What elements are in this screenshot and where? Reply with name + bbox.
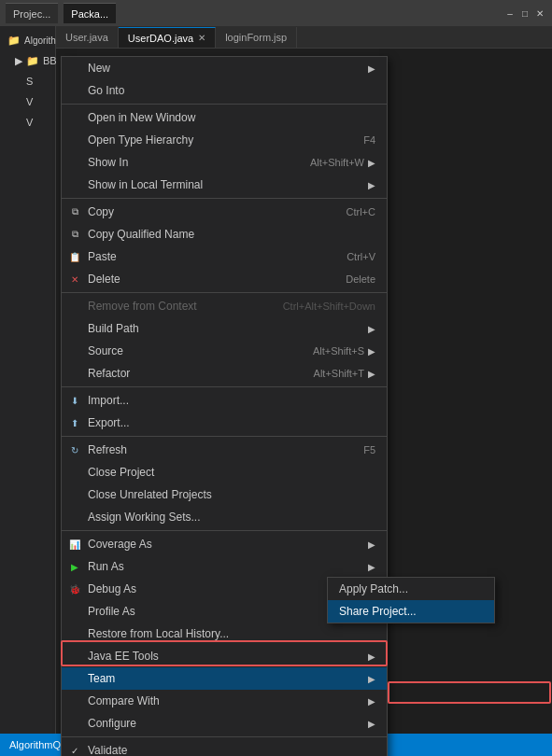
package-tab-label: Packa... xyxy=(71,8,108,20)
menu-label-debug-as: Debug As xyxy=(88,582,136,595)
menu-label-go-into: Go Into xyxy=(88,84,124,97)
menu-sep-7 xyxy=(62,736,387,737)
menu-item-team[interactable]: Team ▶ xyxy=(62,667,387,690)
menu-item-export[interactable]: ⬆ Export... xyxy=(62,412,387,434)
menu-item-paste[interactable]: 📋 Paste Ctrl+V xyxy=(62,245,387,268)
menu-item-go-into[interactable]: Go Into xyxy=(62,79,387,102)
menu-label-assign-working: Assign Working Sets... xyxy=(88,511,201,524)
sidebar-item-v1[interactable]: V xyxy=(0,91,55,112)
menu-label-refresh: Refresh xyxy=(88,443,127,456)
menu-label-java-ee-tools: Java EE Tools xyxy=(88,650,159,663)
project-tab-label: Projec... xyxy=(13,8,50,20)
minimize-button[interactable]: – xyxy=(503,7,517,20)
menu-item-copy[interactable]: ⧉ Copy Ctrl+C xyxy=(62,201,387,223)
submenu-item-apply-patch[interactable]: Apply Patch... xyxy=(328,578,494,600)
menu-item-build-path[interactable]: Build Path ▶ xyxy=(62,317,387,340)
submenu-arrow-configure: ▶ xyxy=(368,719,375,729)
menu-item-assign-working[interactable]: Assign Working Sets... xyxy=(62,506,387,528)
menu-item-show-terminal[interactable]: Show in Local Terminal ▶ xyxy=(62,174,387,196)
tab-userdao-java[interactable]: UserDAO.java ✕ xyxy=(119,27,216,48)
debug-icon: 🐞 xyxy=(67,581,82,596)
shortcut-refresh: F5 xyxy=(363,444,375,455)
folder-icon-bbs: 📁 xyxy=(26,55,39,67)
menu-item-validate[interactable]: ✓ Validate xyxy=(62,739,387,756)
submenu-arrow-show-in: ▶ xyxy=(368,158,375,168)
submenu-item-share-project[interactable]: Share Project... xyxy=(328,600,494,623)
menu-label-close-unrelated: Close Unrelated Projects xyxy=(88,488,212,501)
team-submenu: Apply Patch... Share Project... xyxy=(327,577,495,623)
shortcut-copy: Ctrl+C xyxy=(347,206,375,217)
menu-label-import: Import... xyxy=(88,394,129,407)
menu-sep-2 xyxy=(62,198,387,199)
menu-sep-1 xyxy=(62,104,387,105)
tab-user-java[interactable]: User.java xyxy=(56,27,119,48)
close-button[interactable]: ✕ xyxy=(533,7,546,20)
run-icon: ▶ xyxy=(67,559,82,574)
menu-item-source[interactable]: Source Alt+Shift+S ▶ xyxy=(62,340,387,362)
tab-loginform-jsp-label: loginForm.jsp xyxy=(225,32,287,43)
menu-item-copy-qualified[interactable]: ⧉ Copy Qualified Name xyxy=(62,223,387,245)
shortcut-paste: Ctrl+V xyxy=(347,251,375,262)
copy-icon: ⧉ xyxy=(67,204,82,219)
menu-sep-6 xyxy=(62,530,387,531)
tab-userdao-close[interactable]: ✕ xyxy=(198,33,205,43)
export-icon: ⬆ xyxy=(67,415,82,430)
menu-sep-5 xyxy=(62,436,387,437)
menu-item-refresh[interactable]: ↻ Refresh F5 xyxy=(62,439,387,461)
menu-item-open-type[interactable]: Open Type Hierarchy F4 xyxy=(62,129,387,151)
menu-item-refactor[interactable]: Refactor Alt+Shift+T ▶ xyxy=(62,362,387,385)
tab-user-java-label: User.java xyxy=(65,32,108,43)
delete-icon: ✕ xyxy=(67,272,82,287)
refresh-icon: ↻ xyxy=(67,442,82,457)
menu-label-run-as: Run As xyxy=(88,560,124,573)
sidebar-label-s: S xyxy=(26,76,33,87)
menu-label-export: Export... xyxy=(88,416,130,429)
tab-loginform-jsp[interactable]: loginForm.jsp xyxy=(216,27,297,48)
menu-label-show-terminal: Show in Local Terminal xyxy=(88,178,203,191)
menu-item-remove-context[interactable]: Remove from Context Ctrl+Alt+Shift+Down xyxy=(62,295,387,317)
sidebar-label-v2: V xyxy=(26,117,33,128)
submenu-arrow-source: ▶ xyxy=(368,346,375,357)
submenu-arrow-new: ▶ xyxy=(368,63,375,74)
shortcut-remove-context: Ctrl+Alt+Shift+Down xyxy=(283,301,375,312)
title-tab-package[interactable]: Packa... xyxy=(64,3,116,23)
sidebar-item-algorithmquiz[interactable]: 📁 AlgorithmQuiz xyxy=(0,30,55,50)
menu-label-configure: Configure xyxy=(88,717,136,730)
menu-label-new: New xyxy=(88,62,110,75)
menu-item-show-in[interactable]: Show In Alt+Shift+W ▶ xyxy=(62,151,387,174)
submenu-label-share-project: Share Project... xyxy=(339,605,417,618)
menu-item-open-new-window[interactable]: Open in New Window xyxy=(62,106,387,129)
menu-label-refactor: Refactor xyxy=(88,367,130,380)
menu-item-run-as[interactable]: ▶ Run As ▶ xyxy=(62,555,387,578)
context-menu: New ▶ Go Into Open in New Window Open Ty… xyxy=(61,56,388,756)
menu-item-close-unrelated[interactable]: Close Unrelated Projects xyxy=(62,483,387,506)
sidebar-item-bbs[interactable]: ▶ 📁 BBS xyxy=(0,50,55,71)
menu-item-delete[interactable]: ✕ Delete Delete xyxy=(62,268,387,290)
import-icon: ⬇ xyxy=(67,393,82,408)
sidebar-item-v2[interactable]: V xyxy=(0,112,55,133)
tab-userdao-java-label: UserDAO.java xyxy=(128,33,193,44)
menu-item-import[interactable]: ⬇ Import... xyxy=(62,389,387,412)
submenu-arrow-java-ee: ▶ xyxy=(368,651,375,662)
menu-item-coverage-as[interactable]: 📊 Coverage As ▶ xyxy=(62,533,387,555)
menu-item-restore-history[interactable]: Restore from Local History... xyxy=(62,623,387,645)
sidebar-item-s[interactable]: S xyxy=(0,71,55,91)
menu-label-team: Team xyxy=(88,672,115,685)
shortcut-refactor: Alt+Shift+T xyxy=(314,368,364,379)
menu-label-close-project: Close Project xyxy=(88,466,154,479)
shortcut-source: Alt+Shift+S xyxy=(313,345,364,357)
menu-label-profile-as: Profile As xyxy=(88,605,135,618)
paste-icon: 📋 xyxy=(67,249,82,264)
menu-item-configure[interactable]: Configure ▶ xyxy=(62,712,387,735)
menu-label-validate: Validate xyxy=(88,744,127,756)
title-bar: Projec... Packa... – □ ✕ xyxy=(0,0,552,26)
menu-sep-3 xyxy=(62,292,387,293)
maximize-button[interactable]: □ xyxy=(518,7,531,20)
menu-item-compare-with[interactable]: Compare With ▶ xyxy=(62,690,387,712)
title-tab-project[interactable]: Projec... xyxy=(6,3,58,23)
submenu-arrow-refactor: ▶ xyxy=(368,369,375,379)
menu-label-paste: Paste xyxy=(88,250,117,263)
menu-item-close-project[interactable]: Close Project xyxy=(62,461,387,483)
menu-item-java-ee-tools[interactable]: Java EE Tools ▶ xyxy=(62,645,387,667)
menu-item-new[interactable]: New ▶ xyxy=(62,57,387,79)
